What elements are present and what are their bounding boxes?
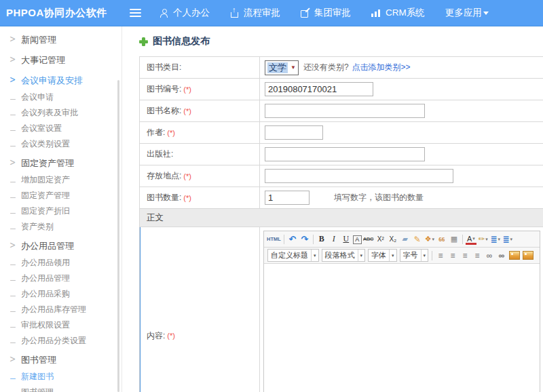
section-header: 正文 — [140, 209, 543, 227]
toolbar-separator — [313, 235, 314, 244]
sidebar-group: >图书管理新建图书图书管理 — [0, 351, 121, 392]
add-icon — [139, 37, 148, 46]
nav-item-personal-office[interactable]: 个人办公 — [160, 7, 210, 19]
sidebar-item[interactable]: 办公用品库存管理 — [0, 302, 121, 317]
main-content: 图书信息发布 图书类目:文学▼还没有类别?点击添加类别>>图书编号:(*)图书名… — [123, 26, 543, 392]
sidebar-item[interactable]: 办公用品采购 — [0, 286, 121, 302]
nav-item-crm-system[interactable]: CRM系统 — [371, 7, 425, 19]
app-logo: PHPOA协同办公软件 — [0, 7, 123, 20]
paint-icon[interactable]: ❖▾ — [424, 234, 435, 245]
toolbar-separator — [432, 251, 432, 260]
field-value-cell — [260, 79, 543, 100]
sidebar-group: >会议申请及安排会议申请会议列表及审批会议室设置会议类别设置 — [0, 71, 121, 152]
format-brush-icon[interactable]: ✎ — [412, 234, 423, 245]
underline-icon[interactable]: U — [341, 234, 352, 245]
sidebar-scrollbar[interactable] — [117, 80, 119, 392]
sidebar-item[interactable]: 办公用品领用 — [0, 255, 121, 271]
nav-item-more-apps[interactable]: 更多应用 — [445, 7, 489, 19]
sidebar-group-label: 办公用品管理 — [21, 241, 74, 251]
source-code-button[interactable]: HTML — [267, 234, 281, 245]
dropdown-caret-icon: ▾ — [485, 237, 488, 242]
nav-label: CRM系统 — [386, 7, 425, 19]
subscript-icon[interactable]: X₂ — [388, 234, 398, 245]
form-row-publisher: 出版社: — [140, 144, 543, 165]
font-border-icon[interactable]: A — [353, 235, 362, 244]
sidebar-item[interactable]: 办公用品管理 — [0, 271, 121, 286]
eraser-icon[interactable]: ▰ — [400, 234, 411, 245]
blockquote-icon[interactable]: 66 — [436, 234, 447, 245]
image-icon[interactable] — [509, 251, 520, 260]
highlight-icon[interactable]: ✏▾ — [478, 234, 489, 245]
sidebar-item[interactable]: 图书管理 — [0, 385, 121, 392]
required-mark: (*) — [167, 129, 175, 137]
field-label: 图书名称: — [147, 105, 181, 117]
publisher-input[interactable] — [265, 147, 425, 161]
right-align-icon[interactable]: ≡ — [460, 250, 470, 261]
quantity-input[interactable] — [265, 191, 310, 205]
sidebar-menu: >新闻管理>大事记管理>会议申请及安排会议申请会议列表及审批会议室设置会议类别设… — [0, 31, 121, 392]
strikethrough-icon[interactable]: ABC — [363, 234, 374, 245]
field-label: 作者: — [147, 127, 165, 138]
bold-icon[interactable]: B — [316, 234, 327, 245]
editor-toolbar-row1: HTML↶↷BIUAABCX²X₂▰✎❖▾66▦A▾✏▾≣▾≣▾ — [264, 231, 540, 248]
sidebar-group-header[interactable]: >固定资产管理 — [0, 154, 121, 172]
field-label-cell: 存放地点:(*) — [140, 165, 260, 187]
sidebar-item[interactable]: 固定资产管理 — [0, 188, 121, 203]
quantity-hint: 填写数字，该图书的数量 — [334, 192, 424, 203]
insert-map-icon[interactable] — [523, 251, 533, 260]
font-size-select[interactable]: 字号▾ — [400, 249, 429, 262]
sidebar-item[interactable]: 办公用品分类设置 — [0, 333, 121, 349]
editor-content-area[interactable] — [264, 264, 540, 392]
sidebar-item[interactable]: 资产类别 — [0, 219, 121, 235]
sidebar-item[interactable]: 会议类别设置 — [0, 136, 121, 152]
menu-toggle-button[interactable] — [123, 7, 148, 19]
sidebar-group-header[interactable]: >新闻管理 — [0, 31, 121, 49]
center-align-icon[interactable]: ≡ — [447, 250, 458, 261]
sidebar-group-header[interactable]: >大事记管理 — [0, 51, 121, 69]
unordered-list-icon[interactable]: ≣▾ — [502, 234, 513, 245]
editor-toolbar-row2: 自定义标题▾段落格式▾字体▾字号▾≡≡≡≡∞∞ — [264, 248, 540, 264]
sidebar-item[interactable]: 会议申请 — [0, 90, 121, 105]
paste-icon[interactable]: ▦ — [449, 234, 460, 245]
sidebar-item[interactable]: 新建图书 — [0, 369, 121, 385]
left-align-icon[interactable]: ≡ — [435, 250, 446, 261]
sidebar-group-header[interactable]: >办公用品管理 — [0, 237, 121, 255]
unlink-icon[interactable]: ∞ — [496, 250, 507, 261]
storage-place-input[interactable] — [265, 169, 453, 183]
sidebar-group-header[interactable]: >图书管理 — [0, 351, 121, 369]
section-title: 正文 — [147, 212, 164, 224]
sidebar-item[interactable]: 审批权限设置 — [0, 317, 121, 333]
nav-label: 个人办公 — [173, 7, 210, 19]
undo-icon[interactable]: ↶ — [287, 234, 298, 245]
paragraph-format-select[interactable]: 段落格式▾ — [322, 249, 366, 262]
nav-item-group-approval[interactable]: 集团审批 — [301, 7, 351, 19]
superscript-icon[interactable]: X² — [375, 234, 386, 245]
add-category-link[interactable]: 点击添加类别>> — [352, 62, 411, 73]
author-input[interactable] — [265, 125, 323, 140]
font-family-select[interactable]: 字体▾ — [368, 249, 397, 262]
form-rows: 图书类目:文学▼还没有类别?点击添加类别>>图书编号:(*)图书名称:(*)作者… — [140, 57, 543, 209]
custom-heading-select[interactable]: 自定义标题▾ — [267, 249, 319, 262]
nav-item-workflow-approval[interactable]: 流程审批 — [230, 7, 280, 19]
sidebar-group-header[interactable]: >会议申请及安排 — [0, 71, 121, 90]
italic-icon[interactable]: I — [329, 234, 339, 245]
link-icon[interactable]: ∞ — [484, 250, 495, 261]
sidebar: >新闻管理>大事记管理>会议申请及安排会议申请会议列表及审批会议室设置会议类别设… — [0, 26, 122, 392]
chart-icon — [371, 9, 381, 17]
justify-align-icon[interactable]: ≡ — [472, 250, 483, 261]
redo-icon[interactable]: ↷ — [299, 234, 310, 245]
dropdown-caret-icon: ▾ — [389, 250, 396, 261]
sidebar-item[interactable]: 增加固定资产 — [0, 172, 121, 188]
form-row-book-name: 图书名称:(*) — [140, 100, 543, 122]
selected-option: 文学 — [267, 62, 288, 73]
sidebar-group-label: 新闻管理 — [21, 35, 56, 45]
field-label-cell: 作者:(*) — [140, 122, 260, 143]
font-color-icon[interactable]: A▾ — [466, 234, 476, 245]
sidebar-item[interactable]: 会议列表及审批 — [0, 105, 121, 121]
sidebar-item[interactable]: 固定资产折旧 — [0, 203, 121, 219]
book-category-select[interactable]: 文学▼ — [265, 60, 299, 75]
book-name-input[interactable] — [265, 104, 425, 118]
ordered-list-icon[interactable]: ≣▾ — [490, 234, 501, 245]
sidebar-item[interactable]: 会议室设置 — [0, 121, 121, 136]
book-code-input[interactable] — [265, 82, 373, 96]
